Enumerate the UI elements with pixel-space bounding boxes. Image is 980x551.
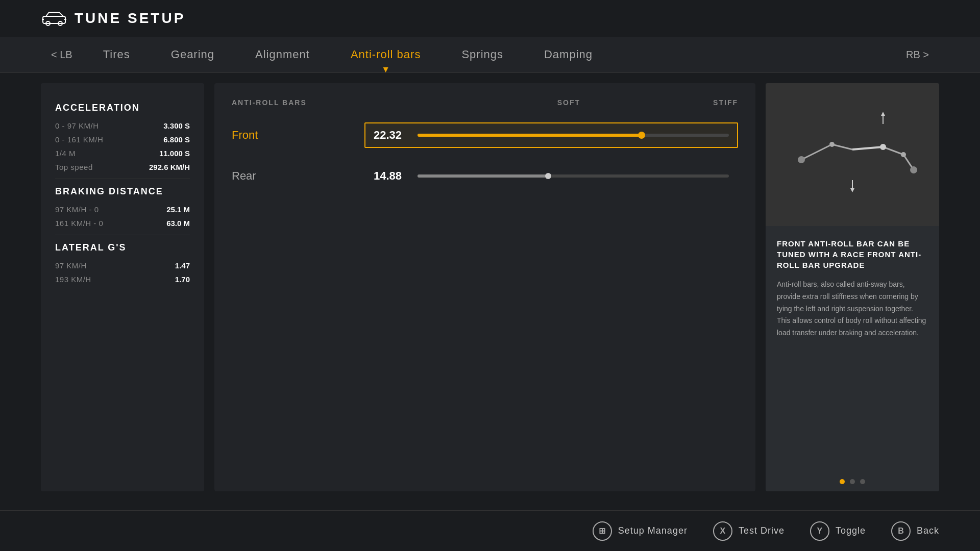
stat-row-brake-161: 161 KM/H - 0 63.0 M <box>55 219 190 228</box>
svg-marker-6 <box>881 112 885 116</box>
stat-value-top-speed: 292.6 KM/H <box>149 163 190 171</box>
slider-thumb-rear <box>545 173 551 179</box>
stat-value-0-161: 6.800 S <box>163 135 190 144</box>
info-dots <box>766 472 939 491</box>
arb-diagram-icon <box>781 104 924 206</box>
tuning-header: ANTI-ROLL BARS SOFT STIFF <box>232 98 738 107</box>
stat-value-0-97: 3.300 S <box>163 121 190 130</box>
tune-value-front: 22.32 <box>374 129 409 142</box>
test-drive-action[interactable]: X Test Drive <box>713 521 785 541</box>
svg-point-12 <box>798 156 805 163</box>
tab-bar: < LB Tires Gearing Alignment Anti-roll b… <box>0 37 980 73</box>
stat-row-brake-97: 97 KM/H - 0 25.1 M <box>55 205 190 214</box>
svg-point-14 <box>880 144 886 150</box>
svg-marker-18 <box>850 188 854 192</box>
header-logo: TUNE SETUP <box>41 9 185 28</box>
slider-thumb-front <box>638 132 645 139</box>
tune-row-rear[interactable]: Rear 14.88 <box>232 160 738 192</box>
stat-row-quarter-mile: 1/4 M 11.000 S <box>55 149 190 158</box>
car-icon <box>41 9 67 28</box>
info-title: FRONT ANTI-ROLL BAR CAN BE TUNED WITH A … <box>777 238 928 270</box>
back-button-icon: B <box>891 521 911 541</box>
tab-nav-right[interactable]: RB > <box>896 38 939 72</box>
stat-value-quarter-mile: 11.000 S <box>159 149 190 158</box>
svg-point-16 <box>901 152 906 157</box>
info-panel: FRONT ANTI-ROLL BAR CAN BE TUNED WITH A … <box>766 83 939 491</box>
stat-row-lat-97: 97 KM/H 1.47 <box>55 261 190 270</box>
toggle-label: Toggle <box>836 525 866 536</box>
stat-row-top-speed: Top speed 292.6 KM/H <box>55 163 190 171</box>
tab-nav-left[interactable]: < LB <box>41 38 83 72</box>
stat-value-brake-97: 25.1 M <box>166 205 190 214</box>
slider-track-rear[interactable] <box>418 174 729 178</box>
tab-springs[interactable]: Springs <box>441 37 524 72</box>
tune-value-rear: 14.88 <box>374 169 409 183</box>
tuning-section-label: ANTI-ROLL BARS <box>232 98 307 107</box>
stats-panel: ACCELERATION 0 - 97 KM/H 3.300 S 0 - 161… <box>41 83 204 491</box>
stat-label-top-speed: Top speed <box>55 163 93 171</box>
stat-value-lat-193: 1.70 <box>175 275 190 284</box>
info-dot-1[interactable] <box>840 479 845 484</box>
tab-damping[interactable]: Damping <box>524 37 613 72</box>
stat-label-lat-97: 97 KM/H <box>55 261 87 270</box>
stat-label-brake-97: 97 KM/H - 0 <box>55 205 99 214</box>
acceleration-title: ACCELERATION <box>55 103 190 113</box>
stat-label-brake-161: 161 KM/H - 0 <box>55 219 103 228</box>
stat-divider-2 <box>55 235 190 235</box>
tab-anti-roll-bars[interactable]: Anti-roll bars <box>330 37 441 72</box>
stat-row-0-161: 0 - 161 KM/H 6.800 S <box>55 135 190 144</box>
info-dot-2[interactable] <box>850 479 855 484</box>
slider-fill-front <box>418 134 642 137</box>
toggle-action[interactable]: Y Toggle <box>810 521 866 541</box>
setup-manager-button-icon: ⊞ <box>593 521 612 541</box>
svg-point-13 <box>910 166 917 173</box>
stat-label-lat-193: 193 KM/H <box>55 275 91 284</box>
braking-title: BRAKING DISTANCE <box>55 186 190 197</box>
test-drive-button-icon: X <box>713 521 732 541</box>
stat-label-0-97: 0 - 97 KM/H <box>55 121 99 130</box>
stat-label-quarter-mile: 1/4 M <box>55 149 76 158</box>
svg-point-15 <box>829 142 835 147</box>
tab-tires[interactable]: Tires <box>83 37 151 72</box>
info-description: Anti-roll bars, also called anti-sway ba… <box>777 279 928 339</box>
header-title: TUNE SETUP <box>75 10 185 27</box>
info-dot-3[interactable] <box>860 479 865 484</box>
header: TUNE SETUP <box>0 0 980 37</box>
stat-label-0-161: 0 - 161 KM/H <box>55 135 103 144</box>
back-action[interactable]: B Back <box>891 521 939 541</box>
tuning-panel: ANTI-ROLL BARS SOFT STIFF Front 22.32 Re… <box>214 83 755 491</box>
tune-label-front: Front <box>232 129 364 142</box>
svg-line-8 <box>832 144 852 149</box>
tune-row-front[interactable]: Front 22.32 <box>232 119 738 152</box>
stat-divider-1 <box>55 179 190 179</box>
lateral-title: LATERAL G'S <box>55 242 190 253</box>
info-text: FRONT ANTI-ROLL BAR CAN BE TUNED WITH A … <box>766 226 939 472</box>
tune-label-rear: Rear <box>232 169 364 183</box>
test-drive-label: Test Drive <box>739 525 785 536</box>
svg-line-7 <box>801 144 832 160</box>
tune-slider-front[interactable]: 22.32 <box>364 122 738 148</box>
setup-manager-label: Setup Manager <box>618 525 688 536</box>
bottom-bar: ⊞ Setup Manager X Test Drive Y Toggle B … <box>0 510 980 551</box>
toggle-button-icon: Y <box>810 521 829 541</box>
tab-gearing[interactable]: Gearing <box>151 37 235 72</box>
tune-slider-rear[interactable]: 14.88 <box>364 163 738 189</box>
stat-row-0-97: 0 - 97 KM/H 3.300 S <box>55 121 190 130</box>
svg-line-10 <box>883 147 903 155</box>
stat-value-brake-161: 63.0 M <box>166 219 190 228</box>
stiff-label: STIFF <box>713 98 738 107</box>
setup-manager-action[interactable]: ⊞ Setup Manager <box>593 521 688 541</box>
slider-track-front[interactable] <box>418 134 729 137</box>
soft-label: SOFT <box>557 98 580 107</box>
back-label: Back <box>917 525 939 536</box>
tab-alignment[interactable]: Alignment <box>235 37 330 72</box>
info-image <box>766 83 939 226</box>
stat-row-lat-193: 193 KM/H 1.70 <box>55 275 190 284</box>
tuning-soft-stiff: SOFT STIFF <box>557 98 738 107</box>
slider-fill-rear <box>418 174 548 178</box>
main-content: ACCELERATION 0 - 97 KM/H 3.300 S 0 - 161… <box>0 73 980 502</box>
stat-value-lat-97: 1.47 <box>175 261 190 270</box>
svg-line-9 <box>852 147 883 149</box>
